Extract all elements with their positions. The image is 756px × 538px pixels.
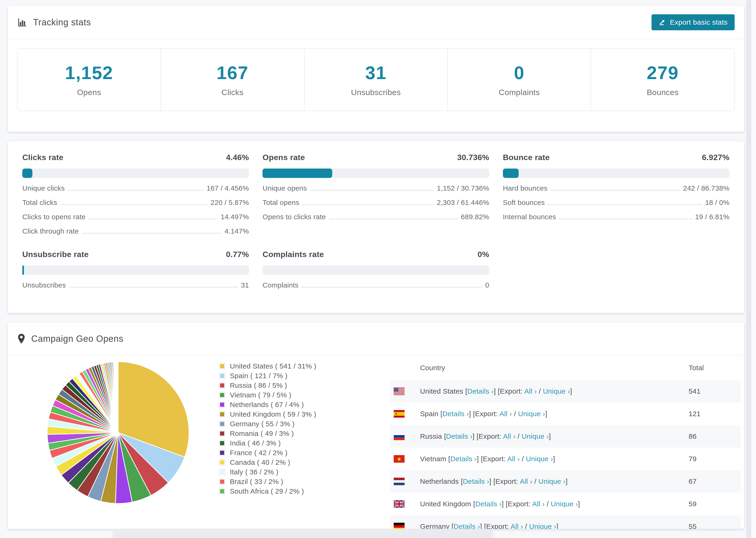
link-unique[interactable]: Unique › — [551, 500, 578, 508]
link-details[interactable]: Details › — [475, 500, 502, 508]
rate-row-value: 14.497% — [221, 213, 249, 221]
geo-legend: United States ( 541 / 31% )Spain ( 121 /… — [219, 361, 316, 496]
link-all[interactable]: All › — [524, 387, 537, 395]
rate-row-label: Click through rate — [22, 227, 79, 235]
rate-title: Complaints rate — [262, 250, 324, 259]
rate-block-header: Clicks rate4.46% — [22, 153, 249, 162]
flag-icon-es — [394, 410, 405, 418]
rate-rows: Unique clicks167 / 4.456%Total clicks220… — [22, 184, 249, 235]
legend-label: Canada ( 40 / 2% ) — [230, 458, 290, 466]
link-all[interactable]: All › — [499, 410, 512, 418]
legend-swatch — [219, 430, 225, 437]
rate-row-value: 4.147% — [225, 227, 249, 235]
legend-label: South Africa ( 29 / 2% ) — [230, 487, 304, 495]
rates-card: Clicks rate4.46%Unique clicks167 / 4.456… — [8, 141, 744, 313]
page-scrollbar-thumb[interactable] — [746, 0, 751, 538]
link-unique[interactable]: Unique › — [526, 455, 553, 463]
rate-row-value: 31 — [241, 281, 249, 289]
country-row-vietnam: Vietnam [Details ›] [Export: All › / Uni… — [390, 448, 741, 470]
link-unique[interactable]: Unique › — [538, 477, 566, 485]
legend-item-brazil[interactable]: Brazil ( 33 / 2% ) — [219, 477, 316, 486]
geo-header-left: Campaign Geo Opens — [17, 333, 124, 344]
link-details[interactable]: Details › — [463, 477, 489, 485]
rate-row-label: Unsubscribes — [22, 281, 66, 289]
page-title: Tracking stats — [33, 17, 91, 27]
link-unique[interactable]: Unique › — [522, 432, 549, 440]
tracking-stats-card: Tracking stats Export basic stats 1,152O… — [8, 6, 744, 132]
legend-swatch — [219, 411, 225, 417]
map-marker-icon — [17, 333, 26, 344]
link-details[interactable]: Details › — [467, 387, 494, 395]
legend-swatch — [219, 440, 225, 446]
total-cell: 67 — [689, 477, 697, 485]
legend-swatch — [219, 450, 225, 456]
export-basic-stats-button[interactable]: Export basic stats — [652, 14, 735, 30]
flag-icon-us — [394, 388, 405, 395]
rate-row-label: Complaints — [262, 281, 298, 289]
flag-icon-nl — [394, 478, 405, 485]
rate-block-bounce-rate: Bounce rate6.927%Hard bounces242 / 86.73… — [503, 153, 729, 235]
rate-row-value: 0 — [485, 281, 489, 289]
legend-item-italy[interactable]: Italy ( 36 / 2% ) — [219, 467, 316, 477]
legend-item-india[interactable]: India ( 46 / 3% ) — [219, 438, 316, 448]
link-details[interactable]: Details › — [454, 522, 480, 529]
rate-value: 6.927% — [702, 153, 729, 162]
link-unique[interactable]: Unique › — [543, 387, 570, 395]
flag-icon-vn — [394, 455, 405, 463]
country-row-netherlands: Netherlands [Details ›] [Export: All › /… — [390, 470, 741, 493]
country-cell: Germany [Details ›] [Export: All › / Uni… — [420, 522, 558, 529]
link-all[interactable]: All › — [532, 500, 545, 508]
link-all[interactable]: All › — [520, 477, 532, 485]
link-details[interactable]: Details › — [443, 410, 469, 418]
dotted-leader — [68, 190, 203, 190]
progress-bar-track — [262, 169, 489, 178]
link-all[interactable]: All › — [511, 522, 523, 529]
link-unique[interactable]: Unique › — [529, 522, 557, 529]
legend-label: Brazil ( 33 / 2% ) — [230, 478, 283, 486]
country-cell: Russia [Details ›] [Export: All › / Uniq… — [420, 432, 551, 440]
rate-row-value: 689.82% — [461, 213, 489, 221]
rate-block-opens-rate: Opens rate30.736%Unique opens1,152 / 30.… — [262, 153, 489, 235]
stat-value: 31 — [365, 62, 387, 83]
link-details[interactable]: Details › — [450, 455, 477, 463]
legend-item-netherlands[interactable]: Netherlands ( 67 / 4% ) — [219, 400, 316, 409]
rate-row-value: 242 / 86.738% — [683, 184, 729, 192]
legend-item-vietnam[interactable]: Vietnam ( 79 / 5% ) — [219, 390, 316, 400]
link-details[interactable]: Details › — [446, 432, 473, 440]
link-unique[interactable]: Unique › — [518, 410, 545, 418]
stat-value: 279 — [647, 62, 679, 83]
rate-rows: Unique opens1,152 / 30.736%Total opens2,… — [262, 184, 489, 221]
stat-label: Bounces — [647, 88, 679, 97]
legend-item-romania[interactable]: Romania ( 49 / 3% ) — [219, 429, 316, 438]
stat-label: Unsubscribes — [351, 88, 401, 97]
tracking-stats-header-left: Tracking stats — [17, 17, 91, 27]
legend-item-france[interactable]: France ( 42 / 2% ) — [219, 448, 316, 457]
flag-icon-gb — [394, 500, 405, 508]
link-all[interactable]: All › — [507, 455, 520, 463]
legend-swatch — [219, 373, 225, 379]
stat-value: 1,152 — [65, 62, 113, 83]
rate-block-clicks-rate: Clicks rate4.46%Unique clicks167 / 4.456… — [22, 153, 249, 235]
dotted-leader — [310, 190, 434, 190]
legend-swatch — [219, 421, 225, 427]
link-all[interactable]: All › — [503, 432, 515, 440]
rate-title: Clicks rate — [22, 153, 63, 162]
legend-item-united-kingdom[interactable]: United Kingdom ( 59 / 3% ) — [219, 409, 316, 419]
legend-item-germany[interactable]: Germany ( 55 / 3% ) — [219, 419, 316, 429]
legend-swatch — [219, 459, 225, 465]
country-cell: Vietnam [Details ›] [Export: All › / Uni… — [420, 455, 555, 463]
legend-item-russia[interactable]: Russia ( 86 / 5% ) — [219, 381, 316, 390]
geo-pie-chart[interactable] — [43, 357, 193, 508]
country-row-united-kingdom: United Kingdom [Details ›] [Export: All … — [390, 493, 741, 515]
legend-item-united-states[interactable]: United States ( 541 / 31% ) — [219, 361, 316, 371]
legend-item-south-africa[interactable]: South Africa ( 29 / 2% ) — [219, 486, 316, 496]
dotted-leader — [303, 204, 434, 205]
legend-item-canada[interactable]: Canada ( 40 / 2% ) — [219, 457, 316, 467]
flag-icon-ru — [394, 433, 405, 440]
legend-label: India ( 46 / 3% ) — [230, 439, 281, 447]
country-cell: United Kingdom [Details ›] [Export: All … — [420, 500, 580, 508]
rate-row-label: Internal bounces — [503, 213, 556, 221]
legend-item-spain[interactable]: Spain ( 121 / 7% ) — [219, 371, 316, 381]
rate-row-value: 220 / 5.87% — [211, 198, 249, 207]
rate-row-total-opens: Total opens2,303 / 61.446% — [262, 198, 489, 207]
